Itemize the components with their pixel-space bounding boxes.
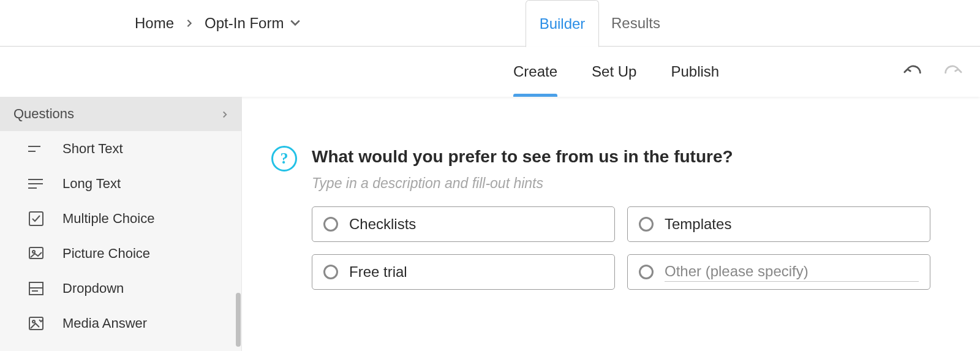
sidebar-heading-label: Questions xyxy=(13,106,74,122)
subtab-setup[interactable]: Set Up xyxy=(592,47,636,97)
radio-icon xyxy=(639,265,654,279)
sub-bar: Create Set Up Publish xyxy=(0,47,980,97)
option-label: Checklists xyxy=(349,216,416,233)
sidebar-item-label: Media Answer xyxy=(62,315,147,331)
sidebar-item-label: Picture Choice xyxy=(62,246,150,262)
redo-icon xyxy=(942,72,963,83)
svg-rect-5 xyxy=(29,212,43,225)
question-marker-icon: ? xyxy=(271,146,297,172)
undo-button[interactable] xyxy=(903,60,924,83)
dropdown-icon xyxy=(27,279,45,298)
main-tabs: Builder Results xyxy=(526,0,673,47)
sidebar: Questions Short Text Long Text Multiple … xyxy=(0,97,242,351)
sidebar-item-short-text[interactable]: Short Text xyxy=(0,131,242,166)
svg-point-12 xyxy=(32,320,35,323)
radio-icon xyxy=(323,217,338,232)
breadcrumb-current[interactable]: Opt-In Form xyxy=(205,15,301,32)
canvas: ? What would you prefer to see from us i… xyxy=(242,97,980,351)
picture-choice-icon xyxy=(27,244,45,263)
sidebar-item-media-answer[interactable]: Media Answer xyxy=(0,306,242,341)
sidebar-item-label: Dropdown xyxy=(62,281,124,296)
question-block: ? What would you prefer to see from us i… xyxy=(271,146,951,290)
chevron-right-icon xyxy=(185,19,194,28)
radio-icon xyxy=(323,265,338,279)
sidebar-item-label: Short Text xyxy=(62,141,123,157)
tab-results[interactable]: Results xyxy=(599,0,673,47)
sidebar-item-picture-choice[interactable]: Picture Choice xyxy=(0,236,242,271)
sub-tabs: Create Set Up Publish xyxy=(513,47,719,97)
question-description[interactable]: Type in a description and fill-out hints xyxy=(312,175,951,192)
option-other[interactable]: Other (please specify) xyxy=(627,254,930,290)
question-title[interactable]: What would you prefer to see from us in … xyxy=(312,147,951,167)
sidebar-item-label: Long Text xyxy=(62,176,121,192)
option-1[interactable]: Checklists xyxy=(312,206,615,242)
short-text-icon xyxy=(27,140,45,158)
chevron-down-icon xyxy=(290,15,301,32)
sidebar-item-dropdown[interactable]: Dropdown xyxy=(0,271,242,306)
scrollbar[interactable] xyxy=(236,293,241,347)
option-2[interactable]: Templates xyxy=(627,206,930,242)
option-label: Templates xyxy=(665,216,731,233)
sidebar-item-long-text[interactable]: Long Text xyxy=(0,166,242,201)
radio-icon xyxy=(639,217,654,232)
breadcrumb-home[interactable]: Home xyxy=(135,15,174,32)
breadcrumb: Home Opt-In Form xyxy=(135,15,301,32)
option-label: Free trial xyxy=(349,263,407,281)
sidebar-heading[interactable]: Questions xyxy=(0,97,242,131)
option-3[interactable]: Free trial xyxy=(312,254,615,290)
subtab-publish[interactable]: Publish xyxy=(671,47,719,97)
chevron-right-icon xyxy=(221,106,228,122)
sidebar-item-multiple-choice[interactable]: Multiple Choice xyxy=(0,201,242,236)
main-layout: Questions Short Text Long Text Multiple … xyxy=(0,97,980,351)
breadcrumb-current-label: Opt-In Form xyxy=(205,15,284,32)
options-grid: Checklists Templates Free trial Other (p… xyxy=(312,206,951,290)
top-bar: Home Opt-In Form Builder Results xyxy=(0,0,980,47)
sidebar-item-label: Multiple Choice xyxy=(62,211,154,227)
svg-rect-8 xyxy=(29,282,43,288)
question-body: What would you prefer to see from us in … xyxy=(312,146,951,290)
svg-point-7 xyxy=(32,251,35,253)
redo-button[interactable] xyxy=(942,60,963,83)
media-answer-icon xyxy=(27,314,45,333)
subtab-create[interactable]: Create xyxy=(513,47,557,97)
tab-builder[interactable]: Builder xyxy=(526,0,599,47)
history-controls xyxy=(903,60,963,83)
option-label: Other (please specify) xyxy=(665,263,919,282)
undo-icon xyxy=(903,72,924,83)
multiple-choice-icon xyxy=(27,209,45,228)
long-text-icon xyxy=(27,175,45,193)
